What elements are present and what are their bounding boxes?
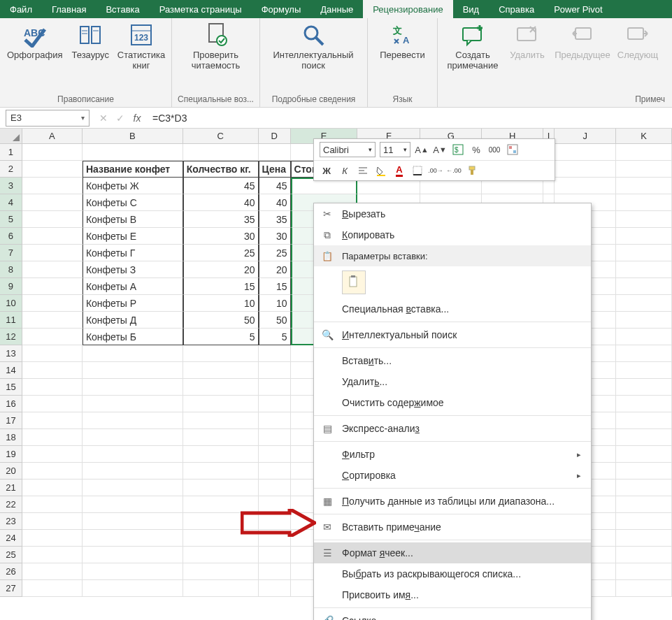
row-10-header[interactable]: 10	[0, 295, 22, 312]
cell-K25[interactable]	[616, 547, 672, 563]
cell-D16[interactable]	[259, 396, 291, 412]
mini-size-select[interactable]: 11▾	[380, 142, 410, 157]
cell-A17[interactable]	[22, 412, 83, 429]
row-26-header[interactable]: 26	[0, 563, 22, 580]
ctx-link[interactable]: 🔗Ссылка	[314, 610, 591, 620]
cell-K20[interactable]	[616, 463, 672, 480]
tab-review[interactable]: Рецензирование	[363, 0, 452, 18]
cell-D11[interactable]: 50	[259, 312, 291, 329]
row-8-header[interactable]: 8	[0, 261, 22, 278]
cell-D10[interactable]: 10	[259, 295, 291, 312]
cell-D9[interactable]: 15	[259, 278, 291, 295]
increase-decimal-icon[interactable]: .00→	[429, 164, 443, 178]
col-A[interactable]: A	[22, 129, 83, 143]
bold-icon[interactable]: Ж	[320, 164, 334, 178]
cell-D8[interactable]: 20	[259, 261, 291, 278]
cell-A8[interactable]	[22, 261, 83, 278]
ctx-delete[interactable]: Удалить...	[314, 371, 591, 392]
cell-C16[interactable]	[183, 396, 259, 412]
ctx-quick-analysis[interactable]: ▤Экспресс-анализ	[314, 418, 591, 439]
cell-C20[interactable]	[183, 463, 259, 480]
col-K[interactable]: K	[616, 129, 672, 143]
row-1-header[interactable]: 1	[0, 144, 22, 161]
row-21-header[interactable]: 21	[0, 480, 22, 496]
cell-D19[interactable]	[259, 446, 291, 463]
cell-A4[interactable]	[22, 194, 83, 211]
new-comment-button[interactable]: Создать примечание	[443, 21, 502, 73]
cancel-button[interactable]: ✕	[95, 110, 112, 127]
cell-A16[interactable]	[22, 396, 83, 412]
cell-C15[interactable]	[183, 379, 259, 396]
cell-C10[interactable]: 10	[183, 295, 259, 312]
ctx-copy[interactable]: ⧉Копировать	[314, 224, 591, 245]
cell-B20[interactable]	[83, 463, 183, 480]
decrease-font-icon[interactable]: A▼	[433, 143, 447, 157]
cell-A2[interactable]	[22, 161, 83, 178]
cell-C11[interactable]: 50	[183, 312, 259, 329]
tab-insert[interactable]: Вставка	[96, 0, 149, 18]
cell-C19[interactable]	[183, 446, 259, 463]
cell-A19[interactable]	[22, 446, 83, 463]
row-24-header[interactable]: 24	[0, 530, 22, 547]
cell-B16[interactable]	[83, 396, 183, 412]
cell-C26[interactable]	[183, 563, 259, 580]
cell-C9[interactable]: 15	[183, 278, 259, 295]
cell-B9[interactable]: Конфеты А	[83, 278, 183, 295]
tab-powerpivot[interactable]: Power Pivot	[544, 0, 612, 18]
cell-B10[interactable]: Конфеты Р	[83, 295, 183, 312]
cell-D21[interactable]	[259, 480, 291, 496]
cell-A3[interactable]	[22, 178, 83, 194]
row-23-header[interactable]: 23	[0, 513, 22, 530]
cell-C7[interactable]: 25	[183, 245, 259, 261]
cell-A15[interactable]	[22, 379, 83, 396]
formula-input[interactable]	[145, 113, 672, 124]
cell-D5[interactable]: 35	[259, 211, 291, 228]
cell-C5[interactable]: 35	[183, 211, 259, 228]
cell-A12[interactable]	[22, 329, 83, 345]
cell-D1[interactable]	[259, 144, 291, 161]
cell-D20[interactable]	[259, 463, 291, 480]
row-17-header[interactable]: 17	[0, 412, 22, 429]
cell-A6[interactable]	[22, 228, 83, 245]
cell-A14[interactable]	[22, 362, 83, 379]
cell-A24[interactable]	[22, 530, 83, 547]
cell-D25[interactable]	[259, 547, 291, 563]
cell-A9[interactable]	[22, 278, 83, 295]
cell-B22[interactable]	[83, 496, 183, 513]
tab-formulas[interactable]: Формулы	[252, 0, 311, 18]
cell-J1[interactable]	[555, 144, 616, 161]
cell-B12[interactable]: Конфеты Б	[83, 329, 183, 345]
row-2-header[interactable]: 2	[0, 161, 22, 178]
cell-B5[interactable]: Конфеты В	[83, 211, 183, 228]
cell-A20[interactable]	[22, 463, 83, 480]
tab-help[interactable]: Справка	[489, 0, 544, 18]
cell-K21[interactable]	[616, 480, 672, 496]
cell-D12[interactable]: 5	[259, 329, 291, 345]
mini-font-select[interactable]: Calibri▾	[320, 142, 376, 157]
cell-A27[interactable]	[22, 580, 83, 597]
cell-D18[interactable]	[259, 429, 291, 446]
fill-color-icon[interactable]	[374, 164, 388, 178]
tab-view[interactable]: Вид	[453, 0, 489, 18]
row-12-header[interactable]: 12	[0, 329, 22, 345]
ctx-pick-from-dropdown[interactable]: Выбрать из раскрывающегося списка...	[314, 563, 591, 584]
row-3-header[interactable]: 3	[0, 178, 22, 194]
smart-lookup-button[interactable]: Интеллектуальный поиск	[266, 21, 361, 73]
tab-layout[interactable]: Разметка страницы	[150, 0, 252, 18]
cell-C4[interactable]: 40	[183, 194, 259, 211]
cell-C14[interactable]	[183, 362, 259, 379]
translate-button[interactable]: 文A Перевести	[373, 21, 431, 73]
cell-D7[interactable]: 25	[259, 245, 291, 261]
cell-A21[interactable]	[22, 480, 83, 496]
percent-icon[interactable]: %	[469, 143, 483, 157]
cell-C17[interactable]	[183, 412, 259, 429]
cell-B25[interactable]	[83, 547, 183, 563]
cell-B26[interactable]	[83, 563, 183, 580]
check-accessibility-button[interactable]: Проверить читаемость	[178, 21, 254, 73]
cell-K16[interactable]	[616, 396, 672, 412]
row-14-header[interactable]: 14	[0, 362, 22, 379]
cell-B7[interactable]: Конфеты Г	[83, 245, 183, 261]
cell-B21[interactable]	[83, 480, 183, 496]
cell-D15[interactable]	[259, 379, 291, 396]
ctx-smart-lookup[interactable]: 🔍Интеллектуальный поиск	[314, 324, 591, 345]
